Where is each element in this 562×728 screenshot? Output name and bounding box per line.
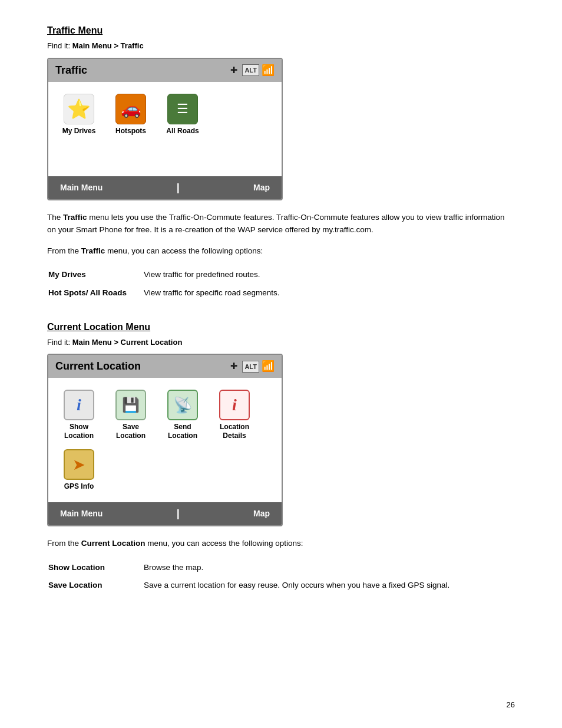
option-term: My Drives [48, 266, 143, 283]
car-icon: 🚗 [121, 97, 141, 121]
cl-option-definition: Browse the map. [144, 559, 514, 576]
desc-suffix: menu lets you use the Traffic-On-Commute… [47, 213, 505, 235]
hotspots-icon-box: 🚗 [115, 94, 146, 124]
gps-info-item[interactable]: ➤ GPS Info [55, 449, 103, 490]
cl-alt-badge: ALT [242, 361, 259, 373]
traffic-phone-screen: Traffic ✛ ALT 📶 ⭐ My Drives 🚗 [47, 58, 283, 200]
cl-find-it-label: Find it: [47, 338, 72, 347]
cl-from-suffix: menu, you can access the following optio… [146, 539, 303, 548]
gps-info-label: GPS Info [64, 482, 94, 490]
save-location-item[interactable]: 💾 SaveLocation [107, 390, 154, 440]
send-location-label: SendLocation [168, 423, 197, 440]
traffic-footer-left[interactable]: Main Menu [60, 182, 103, 194]
traffic-menu-bold: Traffic [81, 246, 105, 255]
signal-icon: 📶 [262, 62, 275, 78]
table-row: Save Location Save a current location fo… [48, 577, 514, 594]
traffic-header-icons: ✛ ALT 📶 [230, 62, 275, 78]
cl-from-text: From the Current Location menu, you can … [47, 537, 515, 550]
cl-footer-right[interactable]: Map [253, 508, 270, 520]
alert-icon: i [232, 393, 237, 417]
hotspots-label: Hotspots [115, 127, 146, 135]
table-row: Hot Spots/ All Roads View traffic for sp… [48, 285, 514, 301]
alt-badge: ALT [242, 64, 259, 77]
traffic-screen-header: Traffic ✛ ALT 📶 [48, 59, 282, 82]
cl-icon-grid-row1: i ShowLocation 💾 SaveLocation 📡 Sen [55, 387, 275, 442]
from-suffix: menu, you can access the following optio… [105, 246, 263, 255]
traffic-screen-body: ⭐ My Drives 🚗 Hotspots ☰ All Roads [48, 82, 282, 176]
gps-arrow-icon: ➤ [72, 453, 85, 476]
footer-divider: | [177, 180, 180, 196]
save-location-icon-box: 💾 [115, 390, 146, 420]
traffic-path: Main Menu > Traffic [72, 41, 144, 50]
mydrives-item[interactable]: ⭐ My Drives [55, 94, 103, 135]
mydrives-icon-box: ⭐ [64, 94, 94, 124]
current-location-title: Current Location Menu [47, 320, 515, 334]
table-row: Show Location Browse the map. [48, 559, 514, 576]
send-location-icon-box: 📡 [167, 390, 198, 420]
current-location-phone-screen: Current Location ✛ ALT 📶 i ShowLocation [47, 354, 283, 526]
page-number: 26 [507, 699, 515, 711]
gps-info-icon-box: ➤ [64, 449, 94, 480]
cl-path: Main Menu > Current Location [72, 338, 183, 347]
cl-signal-icon: 📶 [262, 358, 275, 374]
cl-move-icon: ✛ [230, 360, 237, 373]
find-it-label: Find it: [47, 41, 72, 50]
current-location-section: Current Location Menu Find it: Main Menu… [47, 320, 515, 595]
cl-header-icons: ✛ ALT 📶 [230, 358, 275, 374]
mydrives-label: My Drives [62, 127, 96, 135]
traffic-icon-grid: ⭐ My Drives 🚗 Hotspots ☰ All Roads [55, 91, 275, 137]
cl-screen-header: Current Location ✛ ALT 📶 [48, 355, 282, 378]
show-location-label: ShowLocation [64, 423, 94, 440]
save-location-label: SaveLocation [116, 423, 146, 440]
save-icon: 💾 [122, 394, 140, 416]
from-label: From the [47, 246, 81, 255]
traffic-screen-footer: Main Menu | Map [48, 176, 282, 199]
traffic-from-text: From the Traffic menu, you can access th… [47, 245, 515, 258]
show-location-icon-box: i [64, 390, 94, 420]
cl-screen-footer: Main Menu | Map [48, 502, 282, 525]
signal-send-icon: 📡 [173, 394, 192, 417]
hotspots-item[interactable]: 🚗 Hotspots [107, 94, 154, 135]
send-location-item[interactable]: 📡 SendLocation [159, 390, 206, 440]
cl-from-label: From the [47, 539, 81, 548]
allroads-icon-box: ☰ [167, 94, 198, 124]
traffic-menu-section: Traffic Menu Find it: Main Menu > Traffi… [47, 24, 515, 302]
allroads-item[interactable]: ☰ All Roads [159, 94, 206, 135]
cl-menu-bold: Current Location [81, 539, 146, 548]
cl-header-title: Current Location [55, 358, 141, 374]
list-icon: ☰ [177, 99, 189, 118]
traffic-menu-title: Traffic Menu [47, 24, 515, 38]
location-details-item[interactable]: i LocationDetails [211, 390, 258, 440]
allroads-label: All Roads [166, 127, 199, 135]
cl-option-definition: Save a current location for easy reuse. … [144, 577, 514, 594]
show-location-item[interactable]: i ShowLocation [55, 390, 103, 440]
star-icon: ⭐ [67, 95, 91, 123]
cl-footer-left[interactable]: Main Menu [60, 508, 103, 520]
desc-prefix: The [47, 213, 63, 222]
cl-icon-grid-row2: ➤ GPS Info [55, 447, 275, 493]
traffic-footer-right[interactable]: Map [253, 182, 270, 194]
traffic-options-table: My Drives View traffic for predefined ro… [47, 265, 515, 302]
location-details-icon-box: i [219, 390, 250, 420]
cl-screen-body: i ShowLocation 💾 SaveLocation 📡 Sen [48, 378, 282, 502]
cl-options-table: Show Location Browse the map. Save Locat… [47, 558, 515, 595]
cl-footer-divider: | [177, 506, 180, 522]
move-icon: ✛ [230, 64, 237, 77]
traffic-find-it: Find it: Main Menu > Traffic [47, 40, 515, 52]
table-row: My Drives View traffic for predefined ro… [48, 266, 514, 283]
option-definition: View traffic for specific road segments. [144, 285, 514, 301]
info-icon: i [77, 393, 81, 417]
location-details-label: LocationDetails [220, 423, 249, 440]
option-term: Hot Spots/ All Roads [48, 285, 143, 301]
traffic-header-title: Traffic [55, 62, 87, 78]
current-location-find-it: Find it: Main Menu > Current Location [47, 337, 515, 348]
cl-option-term: Save Location [48, 577, 143, 594]
traffic-bold: Traffic [63, 213, 87, 222]
option-definition: View traffic for predefined routes. [144, 266, 514, 283]
cl-option-term: Show Location [48, 559, 143, 576]
traffic-description: The Traffic menu lets you use the Traffi… [47, 211, 515, 236]
